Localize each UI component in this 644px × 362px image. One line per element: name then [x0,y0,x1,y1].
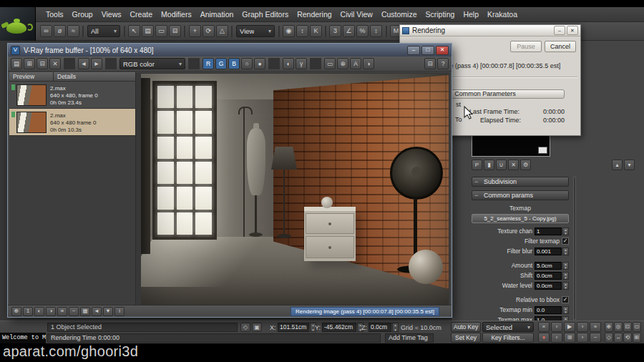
z-coordinate-field[interactable]: 0.0cm [369,323,391,332]
select-and-move-icon[interactable]: + [189,25,201,37]
vfb-titlebar[interactable]: V V-Ray frame buffer - [100% of 640 x 48… [8,44,452,57]
clear-image-icon[interactable]: ✕ [49,58,61,69]
isolate-selection-icon[interactable]: ◇ [240,323,250,332]
scroll-down-icon[interactable]: ▾ [624,160,635,170]
col-preview[interactable]: Preview [9,72,54,81]
spinner[interactable] [562,262,569,270]
zoom-all-icon[interactable]: ◎ [614,322,623,332]
white-balance-icon[interactable]: ◐ [34,307,44,316]
green-channel-icon[interactable]: G [215,58,227,69]
menu-modifiers[interactable]: Modifiers [157,10,196,19]
menu-civil-view[interactable]: Civil View [336,10,377,19]
rollout-subdivision[interactable]: Subdivision [472,177,569,187]
rendering-dialog-titlebar[interactable]: Rendering –✕ [400,25,580,36]
next-frame-icon[interactable]: › [577,322,588,332]
amount-field[interactable]: 5.0cm [535,262,562,270]
pan-image-icon[interactable]: ⊕ [11,307,21,316]
use-pivot-point-icon[interactable]: ◉ [283,25,295,37]
cancel-button[interactable]: Cancel [545,41,576,52]
zoom-icon[interactable]: ⊕ [605,322,613,332]
previous-key-icon[interactable]: ‹ [551,333,562,343]
track-mouse-icon[interactable]: ⊕ [337,58,348,69]
dialog-close-icon[interactable]: ✕ [567,26,578,35]
spinner[interactable] [562,282,569,290]
copy-to-clipboard-icon[interactable]: ⊟ [36,58,48,69]
filter-blur-field[interactable]: 0.001 [535,248,562,255]
menu-group[interactable]: Group [68,10,97,19]
mini-curve-editor-icon[interactable]: ~ [590,333,601,343]
maxscript-mini-listener[interactable]: Welcome to M [0,333,46,343]
menu-animation[interactable]: Animation [196,10,238,19]
monochromatic-mode-icon[interactable]: ○ [241,58,253,69]
channel-display-dropdown[interactable]: RGB color [119,58,185,69]
water-level-field[interactable]: 0.0cm [535,282,562,290]
previous-image-icon[interactable]: ◄ [78,58,89,69]
texmap-file-button[interactable]: 5_2_seamless_5 - Copy.jpg) [472,214,569,223]
shift-field[interactable]: 0.0cm [535,272,562,280]
pan-view-icon[interactable]: ↔ [614,333,623,343]
texture-channel-field[interactable]: 1 [535,228,562,235]
menu-krakatoa[interactable]: Krakatoa [483,10,522,19]
scroll-up-icon[interactable]: ▴ [612,160,623,170]
texmap-min-field[interactable]: 0.0 [535,306,562,314]
menu-scripting[interactable]: Scripting [421,10,459,19]
zoom-extents-icon[interactable]: ⊡ [623,322,632,332]
pin-stack-icon[interactable]: P [472,160,482,170]
srgb-toggle-icon[interactable]: γ [296,58,307,69]
configure-modifier-sets-icon[interactable]: ⚙ [520,160,531,170]
unlink-selection-icon[interactable]: ø [54,25,66,37]
open-image-icon[interactable]: ⊞ [24,58,35,69]
stamp-icon[interactable]: A [350,58,361,69]
spinner[interactable] [562,228,569,235]
color-correction-icon[interactable]: ◑ [363,58,374,69]
y-coordinate-field[interactable]: -45.462cm [322,323,356,332]
panel-scrollbar[interactable] [573,177,576,320]
field-of-view-icon[interactable]: ◇ [605,333,613,343]
select-object-icon[interactable]: ↖ [128,25,140,37]
red-channel-icon[interactable]: R [203,58,214,69]
make-unique-icon[interactable]: ∪ [496,160,507,170]
time-configuration-icon[interactable]: ⊞ [564,333,575,343]
alpha-channel-icon[interactable]: ● [254,58,265,69]
menu-rendering[interactable]: Rendering [293,10,336,19]
exposure-icon[interactable]: ◑ [46,307,56,316]
maximize-icon[interactable]: □ [421,46,434,55]
selection-filter-dropdown[interactable]: All [87,25,120,37]
menu-help[interactable]: Help [459,10,483,19]
save-image-icon[interactable]: ▤ [11,58,22,69]
snaps-toggle-icon[interactable]: 3 [329,25,341,37]
select-by-name-icon[interactable]: ▤ [142,25,154,37]
angle-snap-icon[interactable]: ∠ [343,25,355,37]
max-application-logo[interactable] [0,7,36,41]
next-image-icon[interactable]: ► [91,58,102,69]
remove-modifier-icon[interactable]: ✕ [508,160,519,170]
texture-preview-swatch[interactable] [472,132,550,157]
maximize-viewport-icon[interactable]: ⊞ [633,333,641,343]
spinner[interactable] [562,306,569,314]
spinner[interactable] [562,248,569,255]
relative-to-bbox-checkbox[interactable] [562,296,569,303]
pause-button[interactable]: Pause [510,41,542,52]
select-and-scale-icon[interactable]: △ [216,25,228,37]
bind-to-space-warp-icon[interactable]: ≈ [67,25,79,37]
filter-texmap-checkbox[interactable] [562,238,569,245]
next-key-icon[interactable]: › [577,333,588,343]
rectangular-selection-region-icon[interactable]: ▭ [155,25,167,37]
go-to-end-icon[interactable]: » [590,322,601,332]
zoom-region-icon[interactable]: ▭ [633,322,641,332]
zoom-100-icon[interactable]: 1 [23,307,33,316]
help-icon[interactable]: ? [437,58,449,69]
key-mode-toggle-icon[interactable]: ● [538,333,550,343]
set-key-button[interactable]: Set Key [451,333,481,343]
keyboard-shortcut-override-icon[interactable]: K [310,25,322,37]
menu-create[interactable]: Create [126,10,157,19]
pixel-information-icon[interactable]: i [114,307,125,316]
previous-frame-icon[interactable]: ‹ [551,322,562,332]
orbit-viewport-icon[interactable]: ⟲ [623,333,632,343]
invert-image-icon[interactable]: ◐ [283,58,294,69]
select-and-manipulate-icon[interactable]: ↕ [296,25,308,37]
history-row-selected[interactable]: 2.max 640 x 480 frame 0 0h 0m 10.3s [9,109,135,136]
compare-vertical-icon[interactable]: ▼ [103,307,113,316]
blue-channel-icon[interactable]: B [228,58,240,69]
compare-horizontal-icon[interactable]: ◄ [92,307,102,316]
